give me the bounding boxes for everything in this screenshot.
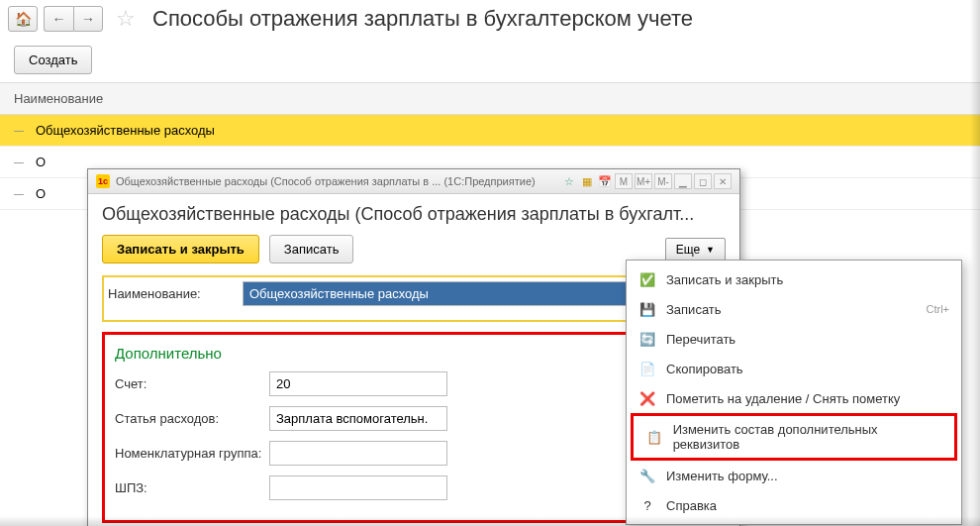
collapse-icon[interactable]: — [14,157,24,167]
minimize-button[interactable]: ▁ [674,173,692,189]
favorite-star-icon[interactable]: ☆ [113,6,139,32]
cost-input[interactable] [269,406,447,431]
dd-item-label: Изменить состав дополнительных реквизито… [673,422,942,452]
more-label: Еще [676,243,700,257]
page-title: Способы отражения зарплаты в бухгалтерск… [152,6,693,32]
list-item-label: О [36,155,46,169]
modal-window-title: Общехозяйственные расходы (Способ отраже… [116,175,536,187]
dd-help[interactable]: ?Справка [627,490,961,520]
section-title: Дополнительно [115,345,713,362]
dd-item-label: Перечитать [666,332,735,347]
list-header: Наименование [0,82,980,115]
back-button[interactable]: ← [44,6,73,32]
top-toolbar: 🏠 ← → ☆ Способы отражения зарплаты в бух… [0,0,980,38]
dd-change-attrs[interactable]: 📋Изменить состав дополнительных реквизит… [631,413,957,461]
dd-change-form[interactable]: 🔧Изменить форму... [627,461,961,490]
dd-item-label: Изменить форму... [666,469,778,483]
dd-change-attrs-icon: 📋 [645,428,663,446]
more-dropdown: ✅Записать и закрыть💾ЗаписатьCtrl+🔄Перечи… [626,260,962,525]
dd-shortcut: Ctrl+ [926,303,949,315]
maximize-button[interactable]: ◻ [694,173,712,189]
chevron-down-icon: ▼ [706,245,715,255]
list-row[interactable]: — Общехозяйственные расходы [0,115,980,147]
more-button[interactable]: Еще ▼ [665,238,726,262]
dd-reread[interactable]: 🔄Перечитать [627,324,961,354]
dd-save-icon: 💾 [638,300,656,318]
tool-icon[interactable]: ▦ [579,173,595,189]
dd-save-close-icon: ✅ [638,270,656,288]
dd-item-label: Пометить на удаление / Снять пометку [666,391,900,406]
dd-save-close[interactable]: ✅Записать и закрыть [627,264,961,294]
dd-item-label: Справка [666,498,717,513]
dd-item-label: Записать [666,302,722,317]
collapse-icon[interactable]: — [14,125,24,136]
name-label: Наименование: [108,286,237,301]
account-input[interactable] [269,371,447,396]
close-button[interactable]: ✕ [714,173,732,189]
memory-m-button[interactable]: M [615,173,633,189]
dd-help-icon: ? [638,496,656,514]
home-button[interactable]: 🏠 [8,6,38,32]
memory-mminus-button[interactable]: M- [654,173,672,189]
shpz-input[interactable] [269,475,447,500]
dd-mark-delete-icon: ❌ [638,389,656,407]
modal-titlebar[interactable]: 1c Общехозяйственные расходы (Способ отр… [88,169,739,194]
nomgroup-input[interactable] [269,441,447,466]
dd-copy[interactable]: 📄Скопировать [627,354,961,383]
list-item-label: О [36,186,46,201]
dd-change-form-icon: 🔧 [638,467,656,484]
save-close-button[interactable]: Записать и закрыть [102,235,259,263]
dd-mark-delete[interactable]: ❌Пометить на удаление / Снять пометку [627,383,961,413]
nomgroup-label: Номенклатурная группа: [115,446,263,461]
list-item-label: Общехозяйственные расходы [36,123,215,138]
tool-icon[interactable]: ☆ [561,173,577,189]
dd-item-label: Записать и закрыть [666,272,783,287]
save-button[interactable]: Записать [269,235,354,263]
modal-heading: Общехозяйственные расходы (Способ отраже… [102,204,726,225]
create-button[interactable]: Создать [14,46,92,74]
dd-reread-icon: 🔄 [638,330,656,348]
calendar-icon[interactable]: 📅 [597,173,613,189]
dd-copy-icon: 📄 [638,360,656,377]
account-label: Счет: [115,376,263,391]
dd-save[interactable]: 💾ЗаписатьCtrl+ [627,294,961,324]
dd-item-label: Скопировать [666,362,743,376]
app-logo-icon: 1c [96,174,110,188]
shpz-label: ШПЗ: [115,480,263,495]
collapse-icon[interactable]: — [14,188,24,199]
cost-label: Статья расходов: [115,411,263,426]
memory-mplus-button[interactable]: M+ [635,173,652,189]
forward-button[interactable]: → [73,6,103,32]
